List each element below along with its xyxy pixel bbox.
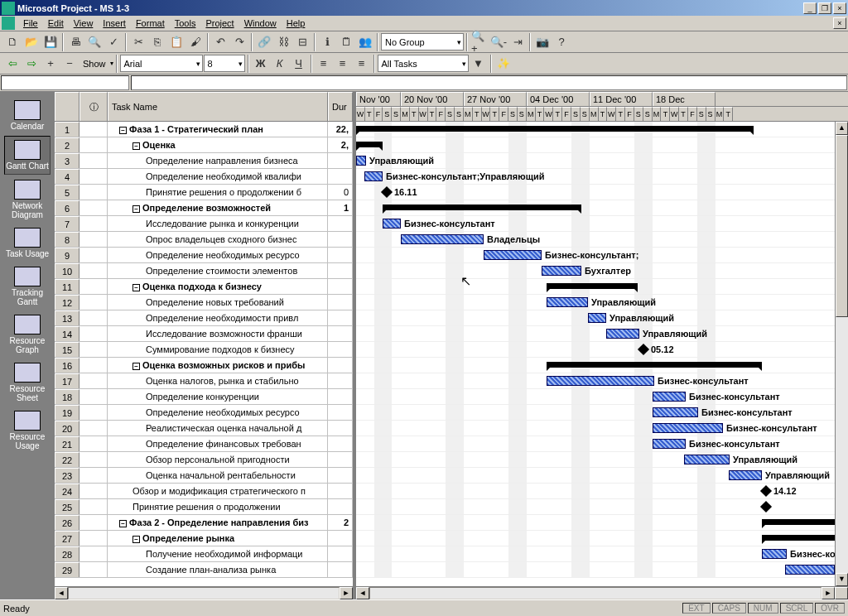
- save-button[interactable]: 💾: [41, 33, 60, 51]
- outdent-button[interactable]: ⇦: [3, 55, 22, 73]
- chart-scroll-track[interactable]: [369, 587, 822, 599]
- task-bar[interactable]: [684, 455, 730, 464]
- gantt-row[interactable]: [356, 499, 848, 515]
- help-button[interactable]: ?: [552, 33, 571, 51]
- row-number[interactable]: 5: [55, 185, 80, 200]
- duration-cell[interactable]: [328, 452, 353, 467]
- gantt-row[interactable]: Управляющий: [356, 326, 848, 342]
- table-row[interactable]: 16 −Оценка возможных рисков и прибы: [55, 358, 353, 373]
- table-row[interactable]: 4 Определение необходимой квалифи: [55, 169, 353, 185]
- week-header[interactable]: 18 Dec: [653, 92, 716, 106]
- duration-cell[interactable]: 2: [328, 515, 353, 530]
- row-number[interactable]: 10: [55, 263, 80, 278]
- table-row[interactable]: 5 Принятие решения о продолжении б 0: [55, 185, 353, 200]
- table-scroll-right[interactable]: ►: [340, 587, 353, 599]
- row-number[interactable]: 20: [55, 421, 80, 436]
- taskname-cell[interactable]: Определение необходимости привл: [108, 310, 328, 325]
- day-header[interactable]: M: [464, 107, 473, 122]
- summary-bar[interactable]: [356, 126, 754, 132]
- day-header[interactable]: S: [518, 107, 527, 122]
- task-bar[interactable]: [785, 565, 835, 575]
- table-row[interactable]: 13 Определение необходимости привл: [55, 310, 353, 326]
- restore-button[interactable]: ❐: [818, 2, 831, 14]
- duration-cell[interactable]: [328, 546, 353, 561]
- milestone-icon[interactable]: [381, 186, 393, 198]
- duration-cell[interactable]: [328, 436, 353, 451]
- gantt-row[interactable]: [356, 279, 848, 295]
- table-row[interactable]: 7 Исследование рынка и конкуренции: [55, 216, 353, 232]
- outline-toggle-icon[interactable]: −: [132, 205, 140, 213]
- gantt-row[interactable]: Управляющий: [356, 310, 848, 326]
- scroll-thumb[interactable]: [836, 135, 848, 317]
- gantt-row[interactable]: [356, 531, 848, 546]
- table-row[interactable]: 11 −Оценка подхода к бизнесу: [55, 279, 353, 295]
- gantt-row[interactable]: [356, 515, 848, 531]
- table-row[interactable]: 1 −Фаза 1 - Стратегический план 22,: [55, 122, 353, 137]
- taskname-cell[interactable]: Определение новых требований: [108, 295, 328, 310]
- table-row[interactable]: 8 Опрос владельцев сходного бизнес: [55, 232, 353, 248]
- indicators-header[interactable]: ⓘ: [80, 92, 108, 121]
- day-header[interactable]: T: [553, 107, 562, 122]
- view-resource-usage[interactable]: Resource Usage: [4, 407, 51, 454]
- unlink-button[interactable]: ⛓: [274, 33, 292, 51]
- table-scroll-track[interactable]: [68, 587, 340, 599]
- row-number[interactable]: 4: [55, 169, 80, 184]
- row-number[interactable]: 6: [55, 200, 80, 215]
- taskname-cell[interactable]: −Определение возможностей: [108, 200, 328, 215]
- day-header[interactable]: W: [419, 107, 428, 122]
- timescale[interactable]: Nov '0020 Nov '0027 Nov '0004 Dec '0011 …: [356, 92, 848, 122]
- bold-button[interactable]: Ж: [252, 55, 270, 73]
- print-button[interactable]: 🖶: [66, 33, 84, 51]
- day-header[interactable]: W: [670, 107, 679, 122]
- task-bar[interactable]: [383, 219, 401, 229]
- table-row[interactable]: 24 Обзор и модификация стратегического п: [55, 484, 353, 499]
- gantt-row[interactable]: [356, 200, 848, 216]
- day-header[interactable]: F: [625, 107, 634, 122]
- show-subtasks-button[interactable]: +: [41, 55, 60, 73]
- summary-bar[interactable]: [383, 205, 581, 210]
- mdi-close-button[interactable]: ×: [833, 17, 846, 29]
- undo-button[interactable]: ↶: [211, 33, 229, 51]
- gantt-row[interactable]: Бизнес-консультант: [356, 405, 848, 421]
- duration-cell[interactable]: [328, 358, 353, 373]
- day-header[interactable]: S: [697, 107, 706, 122]
- indent-button[interactable]: ⇨: [22, 55, 41, 73]
- row-number[interactable]: 27: [55, 531, 80, 546]
- gantt-row[interactable]: Бизнес-консультант;Управляющий: [356, 169, 848, 185]
- row-number[interactable]: 18: [55, 389, 80, 404]
- duration-cell[interactable]: [328, 326, 353, 341]
- menu-help[interactable]: Help: [282, 17, 311, 30]
- summary-bar[interactable]: [356, 142, 383, 147]
- table-row[interactable]: 14 Исследование возможности франши: [55, 326, 353, 342]
- day-header[interactable]: S: [571, 107, 581, 122]
- spell-button[interactable]: ✓: [104, 33, 123, 51]
- duration-header[interactable]: Dur: [328, 92, 353, 121]
- taskname-cell[interactable]: Определение направления бизнеса: [108, 153, 328, 168]
- gantt-row[interactable]: Управляющий: [356, 153, 848, 169]
- day-header[interactable]: T: [473, 107, 482, 122]
- duration-cell[interactable]: [328, 389, 353, 404]
- menu-project[interactable]: Project: [200, 17, 238, 30]
- row-number[interactable]: 8: [55, 232, 80, 247]
- gantt-row[interactable]: Бизнес-консультант: [356, 373, 848, 389]
- autofilter-button[interactable]: ▼: [470, 55, 488, 73]
- task-bar[interactable]: [606, 329, 639, 339]
- milestone-icon[interactable]: [638, 344, 649, 355]
- duration-cell[interactable]: [328, 468, 353, 483]
- gantt-row[interactable]: Управляющий: [356, 452, 848, 468]
- row-number[interactable]: 3: [55, 153, 80, 168]
- info-button[interactable]: ℹ: [318, 33, 336, 51]
- duration-cell[interactable]: [328, 484, 353, 498]
- align-center-button[interactable]: ≡: [334, 55, 352, 73]
- gantt-row[interactable]: Бизнес-консультант: [356, 421, 848, 436]
- day-header[interactable]: S: [508, 107, 518, 122]
- format-painter-button[interactable]: 🖌: [186, 33, 205, 51]
- duration-cell[interactable]: 22,: [328, 122, 353, 137]
- task-bar[interactable]: [653, 407, 698, 417]
- menu-window[interactable]: Window: [239, 17, 282, 30]
- view-gantt-chart[interactable]: Gantt Chart: [4, 136, 51, 175]
- taskname-cell[interactable]: −Оценка возможных рисков и прибы: [108, 358, 328, 373]
- duration-cell[interactable]: [328, 310, 353, 325]
- duration-cell[interactable]: [328, 373, 353, 388]
- task-bar[interactable]: [356, 156, 366, 166]
